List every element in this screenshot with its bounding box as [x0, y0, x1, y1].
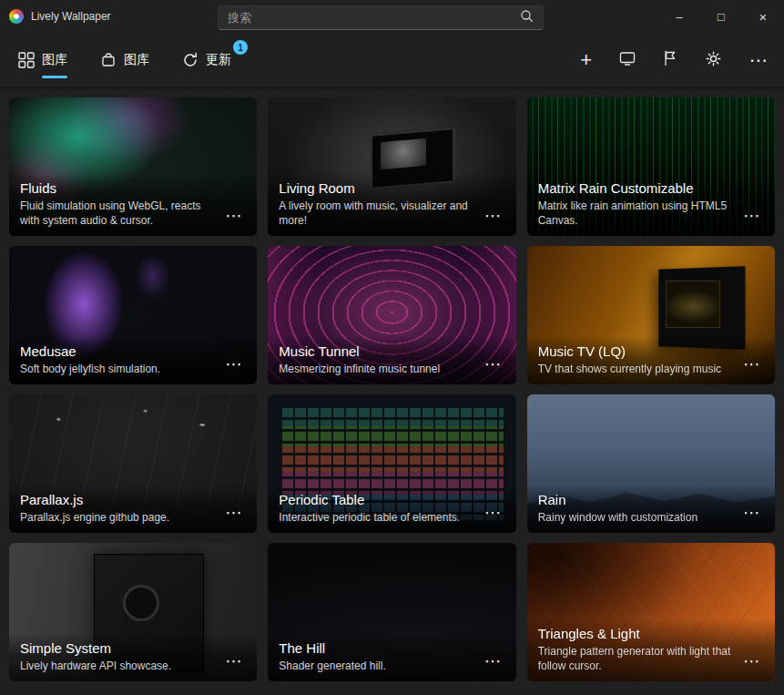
- close-button[interactable]: ×: [742, 0, 784, 33]
- toolbar-actions: + ⋯: [580, 50, 768, 71]
- toolbar: 图库 图库 更新 1 +: [0, 33, 784, 88]
- titlebar: Lively Wallpaper – □ ×: [0, 0, 784, 33]
- flag-icon: [663, 50, 677, 70]
- wallpaper-title: Music Tunnel: [279, 343, 478, 359]
- wallpaper-title: Parallax.js: [20, 492, 219, 507]
- gear-icon: [705, 50, 722, 71]
- wallpaper-description: Lively hardware API showcase.: [20, 659, 219, 673]
- minimize-button[interactable]: –: [658, 0, 700, 33]
- wallpaper-card-simple-system[interactable]: Simple System Lively hardware API showca…: [9, 543, 257, 681]
- tab-updates[interactable]: 更新 1: [180, 33, 233, 87]
- wallpaper-title: Triangles & Light: [538, 626, 738, 641]
- wallpaper-description: Soft body jellyfish simulation.: [20, 362, 219, 376]
- card-more-button[interactable]: ⋯: [738, 500, 766, 525]
- card-info: The Hill Shader generated hill. ⋯: [268, 633, 515, 681]
- maximize-button[interactable]: □: [700, 0, 742, 33]
- wallpaper-card-parallax[interactable]: Parallax.js Parallax.js engine github pa…: [9, 394, 257, 533]
- card-info: Medusae Soft body jellyfish simulation. …: [9, 336, 257, 384]
- window-controls: – □ ×: [658, 0, 784, 33]
- wallpaper-card-music-tunnel[interactable]: Music Tunnel Mesmerizing infinite music …: [268, 246, 515, 384]
- tab-label: 更新: [206, 52, 231, 68]
- card-more-button[interactable]: ⋯: [479, 649, 507, 673]
- wallpaper-title: Matrix Rain Customizable: [538, 180, 738, 196]
- update-count-badge: 1: [233, 40, 248, 55]
- wallpaper-title: Rain: [538, 492, 738, 507]
- add-wallpaper-button[interactable]: +: [580, 50, 592, 70]
- settings-button[interactable]: [705, 50, 722, 71]
- wallpaper-description: Mesmerizing infinite music tunnel: [279, 362, 478, 376]
- card-more-button[interactable]: ⋯: [738, 203, 766, 228]
- wallpaper-description: A lively room with music, visualizer and…: [279, 199, 478, 228]
- wallpaper-description: Triangle pattern generator with light th…: [538, 644, 738, 673]
- card-more-button[interactable]: ⋯: [479, 203, 507, 228]
- card-more-button[interactable]: ⋯: [219, 203, 248, 228]
- search-input[interactable]: [228, 11, 520, 25]
- card-more-button[interactable]: ⋯: [738, 352, 766, 376]
- grid-icon: [18, 52, 35, 68]
- wallpaper-card-matrix-rain[interactable]: Matrix Rain Customizable Matrix like rai…: [527, 97, 775, 236]
- card-info: Music Tunnel Mesmerizing infinite music …: [268, 336, 515, 384]
- app-title: Lively Wallpaper: [31, 10, 111, 23]
- wallpaper-grid: Fluids Fluid simulation using WebGL, rea…: [0, 88, 784, 690]
- wallpaper-card-music-tv[interactable]: Music TV (LQ) TV that shows currently pl…: [527, 246, 775, 384]
- wallpaper-title: Living Room: [279, 180, 478, 196]
- card-more-button[interactable]: ⋯: [479, 352, 507, 376]
- card-info: Rain Rainy window with customization ⋯: [527, 485, 775, 533]
- wallpaper-title: The Hill: [279, 640, 478, 656]
- card-info: Living Room A lively room with music, vi…: [268, 173, 515, 236]
- wallpaper-description: Matrix like rain animation using HTML5 C…: [538, 199, 738, 228]
- wallpaper-card-rain[interactable]: Rain Rainy window with customization ⋯: [527, 394, 775, 533]
- tab-gallery[interactable]: 图库: [98, 33, 151, 87]
- tab-bar: 图库 图库 更新 1: [16, 33, 233, 87]
- flag-button[interactable]: [663, 50, 677, 70]
- wallpaper-card-triangles-light[interactable]: Triangles & Light Triangle pattern gener…: [527, 543, 775, 681]
- card-info: Triangles & Light Triangle pattern gener…: [527, 618, 775, 681]
- card-info: Fluids Fluid simulation using WebGL, rea…: [9, 173, 257, 236]
- wallpaper-card-the-hill[interactable]: The Hill Shader generated hill. ⋯: [268, 543, 515, 681]
- wallpaper-title: Simple System: [20, 640, 219, 656]
- card-more-button[interactable]: ⋯: [479, 500, 507, 525]
- wallpaper-card-fluids[interactable]: Fluids Fluid simulation using WebGL, rea…: [9, 97, 257, 236]
- wallpaper-title: Music TV (LQ): [538, 343, 738, 359]
- card-info: Simple System Lively hardware API showca…: [9, 633, 257, 681]
- wallpaper-description: TV that shows currently playing music: [538, 362, 738, 376]
- wallpaper-description: Fluid simulation using WebGL, reacts wit…: [20, 199, 219, 228]
- wallpaper-title: Medusae: [20, 343, 219, 359]
- monitor-icon: [619, 50, 636, 70]
- wallpaper-card-medusae[interactable]: Medusae Soft body jellyfish simulation. …: [9, 246, 257, 384]
- card-more-button[interactable]: ⋯: [219, 500, 248, 525]
- card-more-button[interactable]: ⋯: [219, 649, 248, 673]
- wallpaper-title: Periodic Table: [279, 492, 478, 507]
- refresh-icon: [182, 52, 199, 68]
- wallpaper-title: Fluids: [20, 180, 219, 196]
- more-button[interactable]: ⋯: [749, 51, 768, 69]
- wallpaper-card-periodic-table[interactable]: Periodic Table Interactive periodic tabl…: [268, 394, 515, 533]
- card-more-button[interactable]: ⋯: [738, 649, 766, 673]
- search-icon: [520, 9, 534, 26]
- screen-layout-button[interactable]: [619, 50, 636, 70]
- app-logo-icon: [9, 9, 24, 24]
- search-box[interactable]: [218, 5, 544, 30]
- wallpaper-card-living-room[interactable]: Living Room A lively room with music, vi…: [268, 97, 515, 236]
- wallpaper-description: Interactive periodic table of elements.: [279, 510, 478, 525]
- tab-library[interactable]: 图库: [16, 33, 69, 87]
- card-info: Music TV (LQ) TV that shows currently pl…: [527, 336, 775, 384]
- gallery-icon: [100, 52, 117, 68]
- tab-label: 图库: [124, 52, 149, 68]
- wallpaper-description: Parallax.js engine github page.: [20, 510, 219, 525]
- card-info: Parallax.js Parallax.js engine github pa…: [9, 485, 257, 533]
- card-more-button[interactable]: ⋯: [219, 352, 248, 376]
- card-info: Periodic Table Interactive periodic tabl…: [268, 485, 515, 533]
- wallpaper-description: Rainy window with customization: [538, 510, 738, 525]
- wallpaper-description: Shader generated hill.: [279, 659, 478, 673]
- tab-label: 图库: [42, 52, 67, 68]
- card-info: Matrix Rain Customizable Matrix like rai…: [527, 173, 775, 236]
